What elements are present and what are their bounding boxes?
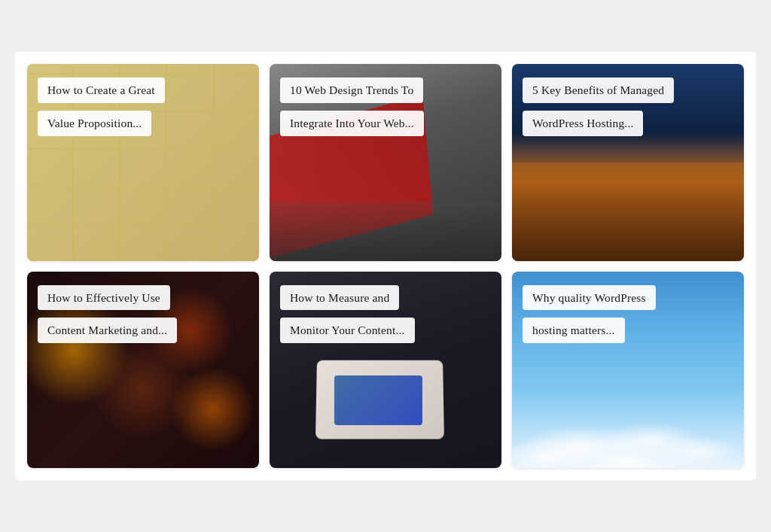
card-title-line1-5: How to Measure and: [280, 285, 399, 311]
card-text-block-2: 10 Web Design Trends To Integrate Into Y…: [280, 78, 491, 136]
card-title-line1-4: How to Effectively Use: [38, 285, 170, 311]
card-text-block-6: Why quality WordPress hosting matters...: [523, 285, 733, 344]
card-title-line1-1: How to Create a Great: [38, 78, 165, 103]
card-title-line2-4: Content Marketing and...: [38, 318, 177, 343]
article-card-2[interactable]: 10 Web Design Trends To Integrate Into Y…: [270, 64, 501, 261]
card-title-line2-3: WordPress Hosting...: [523, 111, 643, 136]
card-text-block-4: How to Effectively Use Content Marketing…: [38, 285, 248, 344]
card-text-block-1: How to Create a Great Value Proposition.…: [38, 78, 248, 136]
article-card-5[interactable]: How to Measure and Monitor Your Content.…: [270, 272, 501, 469]
article-grid: How to Create a Great Value Proposition.…: [15, 52, 756, 481]
article-card-1[interactable]: How to Create a Great Value Proposition.…: [27, 64, 259, 261]
card-title-line2-1: Value Proposition...: [38, 111, 151, 136]
card-title-line1-2: 10 Web Design Trends To: [280, 78, 423, 103]
card-title-line2-2: Integrate Into Your Web...: [280, 111, 424, 136]
card-title-line1-3: 5 Key Benefits of Managed: [523, 78, 674, 103]
article-card-4[interactable]: How to Effectively Use Content Marketing…: [27, 272, 259, 469]
card-title-line2-5: Monitor Your Content...: [280, 318, 415, 343]
article-card-6[interactable]: Why quality WordPress hosting matters...: [512, 272, 744, 469]
card-title-line1-6: Why quality WordPress: [523, 285, 656, 311]
card-title-line2-6: hosting matters...: [523, 318, 625, 343]
card-text-block-5: How to Measure and Monitor Your Content.…: [280, 285, 491, 344]
card-text-block-3: 5 Key Benefits of Managed WordPress Host…: [523, 78, 733, 136]
article-card-3[interactable]: 5 Key Benefits of Managed WordPress Host…: [512, 64, 744, 261]
